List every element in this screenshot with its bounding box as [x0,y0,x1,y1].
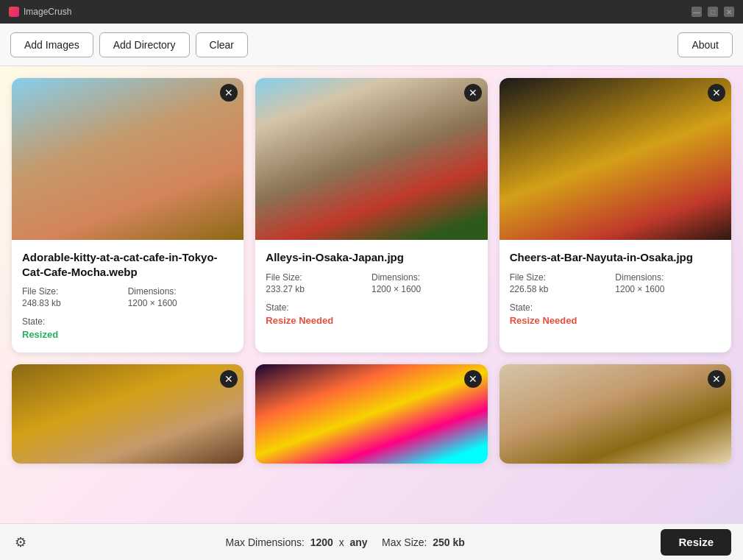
filename-3: Cheers-at-Bar-Nayuta-in-Osaka.jpg [510,250,721,265]
thumbnail-container-2: ✕ [255,78,487,240]
toolbar: Add Images Add Directory Clear About [0,24,743,66]
max-dimensions-text: Max Dimensions: [226,536,305,548]
file-size-label-2: File Size: [266,272,372,283]
image-card-3: ✕ Cheers-at-Bar-Nayuta-in-Osaka.jpg File… [500,78,731,352]
thumbnail-6 [500,364,731,464]
status-info: Max Dimensions: 1200 x any Max Size: 250… [29,536,661,548]
card-meta-3: File Size: Dimensions: 226.58 kb 1200 × … [510,272,721,294]
image-grid: ✕ Adorable-kitty-at-a-cat-cafe-in-Tokyo-… [12,78,731,464]
title-bar: ImageCrush — □ ✕ [0,0,743,24]
filename-2: Alleys-in-Osaka-Japan.jpg [266,250,477,265]
state-label-3: State: [510,302,533,313]
file-size-label-3: File Size: [510,272,616,283]
thumbnail-container-6: ✕ [500,364,731,464]
state-row-1: State: Resized [22,314,233,341]
dimensions-label-1: Dimensions: [128,286,234,297]
status-bar: ⚙ Max Dimensions: 1200 x any Max Size: 2… [0,523,743,560]
minimize-button[interactable]: — [692,7,702,17]
thumbnail-1 [12,78,243,240]
image-card-1: ✕ Adorable-kitty-at-a-cat-cafe-in-Tokyo-… [12,78,243,352]
thumbnail-3 [500,78,731,240]
dimensions-value-2: 1200 × 1600 [372,284,477,294]
thumbnail-container-4: ✕ [12,364,243,464]
about-button[interactable]: About [678,32,733,57]
clear-button[interactable]: Clear [196,32,248,57]
card-info-2: Alleys-in-Osaka-Japan.jpg File Size: Dim… [255,240,487,339]
card-info-1: Adorable-kitty-at-a-cat-cafe-in-Tokyo-Ca… [12,240,243,352]
state-value-3: Resize Needed [510,315,577,326]
dimensions-value-3: 1200 × 1600 [615,284,721,294]
main-content: ✕ Adorable-kitty-at-a-cat-cafe-in-Tokyo-… [0,66,743,523]
title-bar-controls: — □ ✕ [692,7,734,17]
dimensions-label-2: Dimensions: [372,272,477,283]
state-label-2: State: [266,302,288,313]
state-row-3: State: Resize Needed [510,300,721,327]
image-card-6: ✕ [500,364,731,464]
card-meta-2: File Size: Dimensions: 233.27 kb 1200 × … [266,272,477,294]
thumbnail-5 [255,364,487,464]
state-row-2: State: Resize Needed [266,300,477,327]
max-height: any [349,536,367,548]
image-card-2: ✕ Alleys-in-Osaka-Japan.jpg File Size: D… [255,78,487,352]
title-bar-left: ImageCrush [9,7,71,17]
remove-card-5-button[interactable]: ✕ [464,370,482,388]
file-size-label-1: File Size: [22,286,128,297]
thumbnail-container-3: ✕ [500,78,731,240]
thumbnail-container-1: ✕ [12,78,243,240]
max-sep: x [339,536,344,548]
remove-card-6-button[interactable]: ✕ [708,370,725,388]
settings-button[interactable]: ⚙ [12,531,29,553]
dimensions-value-1: 1200 × 1600 [128,298,234,308]
thumbnail-4 [12,364,243,464]
app-icon [9,7,19,17]
card-meta-1: File Size: Dimensions: 248.83 kb 1200 × … [22,286,233,308]
thumbnail-container-5: ✕ [255,364,487,464]
file-size-value-2: 233.27 kb [266,284,372,294]
remove-card-3-button[interactable]: ✕ [708,84,725,102]
state-value-2: Resize Needed [266,315,333,326]
add-images-button[interactable]: Add Images [10,32,93,57]
image-card-4: ✕ [12,364,243,464]
close-button[interactable]: ✕ [724,7,734,17]
dimensions-label-3: Dimensions: [615,272,721,283]
app-title: ImageCrush [24,7,71,17]
file-size-value-1: 248.83 kb [22,298,128,308]
max-size-text: Max Size: [382,536,427,548]
state-label-1: State: [22,316,45,327]
remove-card-2-button[interactable]: ✕ [464,84,482,102]
add-directory-button[interactable]: Add Directory [99,32,190,57]
file-size-value-3: 226.58 kb [510,284,616,294]
resize-button[interactable]: Resize [661,529,731,556]
max-width: 1200 [310,536,333,548]
filename-1: Adorable-kitty-at-a-cat-cafe-in-Tokyo-Ca… [22,250,233,279]
image-card-5: ✕ [255,364,487,464]
card-info-3: Cheers-at-Bar-Nayuta-in-Osaka.jpg File S… [500,240,731,339]
maximize-button[interactable]: □ [708,7,718,17]
max-size-value: 250 kb [433,536,465,548]
thumbnail-2 [255,78,487,240]
state-value-1: Resized [22,329,58,340]
